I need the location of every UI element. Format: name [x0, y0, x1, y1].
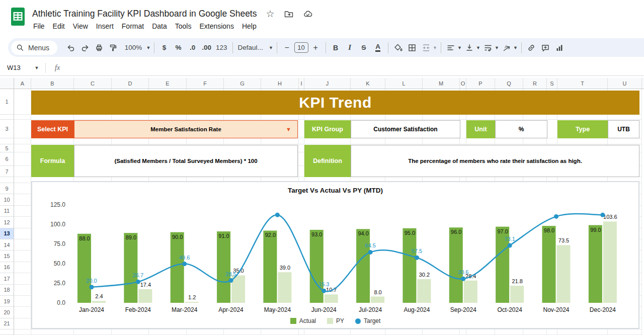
add-comment-button[interactable] — [539, 41, 552, 54]
column-header-R[interactable]: R — [523, 78, 547, 89]
font-family-select[interactable]: Defaul... — [236, 44, 269, 51]
search-menus-button[interactable]: Menus — [11, 41, 57, 55]
formula-value: (Satisfied Members / Total Surveyed Memb… — [74, 145, 298, 177]
row-header-12[interactable]: 12 — [0, 217, 14, 228]
merge-caret-icon: ▼ — [433, 45, 438, 50]
document-title[interactable]: Athletic Training Facility KPI Dashboard… — [32, 9, 257, 19]
decrease-font-size-button[interactable]: − — [280, 41, 294, 54]
row-header-13[interactable]: 13 — [0, 228, 14, 239]
row-header-5[interactable]: 5 — [0, 144, 14, 152]
insert-link-button[interactable] — [525, 41, 538, 54]
increase-font-size-button[interactable]: + — [309, 41, 323, 54]
menu-extensions[interactable]: Extensions — [195, 21, 237, 31]
menu-help[interactable]: Help — [238, 21, 261, 31]
vertical-align-button[interactable] — [463, 41, 476, 54]
merge-cells-button[interactable] — [420, 41, 433, 54]
column-header-P[interactable]: P — [466, 78, 495, 89]
column-header-M[interactable]: M — [423, 78, 460, 89]
insert-chart-button[interactable] — [553, 41, 567, 54]
menu-format[interactable]: Format — [118, 21, 148, 31]
font-size-input[interactable]: 10 — [294, 42, 308, 53]
star-icon[interactable]: ☆ — [266, 8, 274, 20]
column-header-Q[interactable]: Q — [495, 78, 523, 89]
column-header-C[interactable]: C — [74, 78, 112, 89]
row-header-10[interactable]: 10 — [0, 194, 14, 205]
kpi-trend-chart[interactable]: Target Vs Actual Vs PY (MTD) 0.025.050.0… — [31, 181, 639, 329]
row-header-6[interactable]: 6 — [0, 152, 14, 166]
sheets-logo-icon[interactable] — [11, 8, 25, 28]
paint-format-button[interactable] — [106, 41, 120, 54]
bold-button[interactable]: B — [329, 41, 343, 54]
menu-tools[interactable]: Tools — [171, 21, 196, 31]
move-folder-icon[interactable] — [284, 10, 294, 19]
row-header-17[interactable]: 17 — [0, 273, 14, 284]
row-header-15[interactable]: 15 — [0, 250, 14, 262]
text-color-button[interactable]: A — [371, 41, 385, 54]
column-header-U[interactable]: U — [608, 78, 642, 89]
print-button[interactable] — [92, 41, 106, 54]
column-header-J[interactable]: J — [304, 78, 351, 89]
cloud-status-icon[interactable] — [303, 10, 313, 19]
row-header-1[interactable]: 1 — [0, 89, 14, 115]
menu-insert[interactable]: Insert — [92, 21, 118, 31]
row-header-8[interactable] — [0, 177, 14, 183]
menu-edit[interactable]: Edit — [49, 21, 69, 31]
column-header-G[interactable]: G — [224, 78, 261, 89]
decrease-decimal-button[interactable]: .0 — [186, 41, 199, 54]
menu-file[interactable]: File — [29, 21, 49, 31]
target-value-label: 30.6 — [458, 269, 468, 275]
spreadsheet-grid[interactable]: KPI Trend Select KPI Member Satisfaction… — [14, 89, 644, 335]
type-value: UTB — [608, 120, 639, 138]
column-header-K[interactable]: K — [351, 78, 385, 89]
row-header-9[interactable]: 9 — [0, 183, 14, 194]
redo-button[interactable] — [78, 41, 92, 54]
gridline — [14, 144, 642, 144]
row-header-4[interactable] — [0, 138, 14, 144]
column-header-O[interactable]: O — [460, 78, 466, 89]
function-icon[interactable]: fx — [55, 64, 60, 72]
legend-swatch — [327, 318, 333, 324]
row-header-18[interactable]: 18 — [0, 285, 14, 296]
column-header-L[interactable]: L — [385, 78, 423, 89]
column-header-A[interactable]: A — [14, 78, 31, 89]
fill-color-button[interactable] — [391, 41, 405, 54]
borders-button[interactable] — [406, 41, 419, 54]
actual-value-label: 99.0 — [590, 227, 601, 233]
text-rotation-button[interactable]: A — [500, 41, 514, 54]
select-all-corner[interactable] — [0, 78, 14, 89]
row-header-hidden[interactable] — [0, 329, 14, 335]
row-header-19[interactable]: 19 — [0, 296, 14, 307]
column-header-E[interactable]: E — [149, 78, 187, 89]
column-header-F[interactable]: F — [187, 78, 224, 89]
italic-button[interactable]: I — [343, 41, 357, 54]
row-header-3[interactable]: 3 — [0, 120, 14, 138]
row-header-20[interactable]: 20 — [0, 307, 14, 318]
column-header-T[interactable]: T — [557, 78, 608, 89]
text-wrap-button[interactable] — [481, 41, 495, 54]
menu-view[interactable]: View — [69, 21, 92, 31]
column-header-I[interactable]: I — [299, 78, 304, 89]
row-header-2[interactable] — [0, 115, 14, 120]
horizontal-align-button[interactable] — [444, 41, 458, 54]
row-header-11[interactable]: 11 — [0, 206, 14, 217]
column-header-B[interactable]: B — [31, 78, 74, 89]
formula-label: Formula — [31, 145, 74, 177]
row-header-14[interactable]: 14 — [0, 239, 14, 250]
number-format-button[interactable]: 123 — [214, 41, 229, 54]
format-percent-button[interactable]: % — [172, 41, 185, 54]
row-header-16[interactable]: 16 — [0, 262, 14, 273]
format-currency-button[interactable]: $ — [157, 41, 171, 54]
undo-button[interactable] — [64, 41, 77, 54]
month-label: Aug-2024 — [404, 306, 430, 313]
row-header-21[interactable]: 21 — [0, 318, 14, 329]
cell-name-box[interactable]: W13 ▼ — [0, 64, 43, 71]
column-header-H[interactable]: H — [261, 78, 299, 89]
column-header-S[interactable]: S — [547, 78, 557, 89]
strikethrough-button[interactable]: S — [357, 41, 371, 54]
kpi-dropdown[interactable]: Member Satisfaction Rate ▼ — [74, 120, 298, 138]
zoom-control[interactable]: 100% — [120, 41, 146, 54]
row-header-7[interactable]: 7 — [0, 166, 14, 177]
menu-data[interactable]: Data — [148, 21, 171, 31]
increase-decimal-button[interactable]: .00 — [200, 41, 213, 54]
column-header-D[interactable]: D — [112, 78, 149, 89]
